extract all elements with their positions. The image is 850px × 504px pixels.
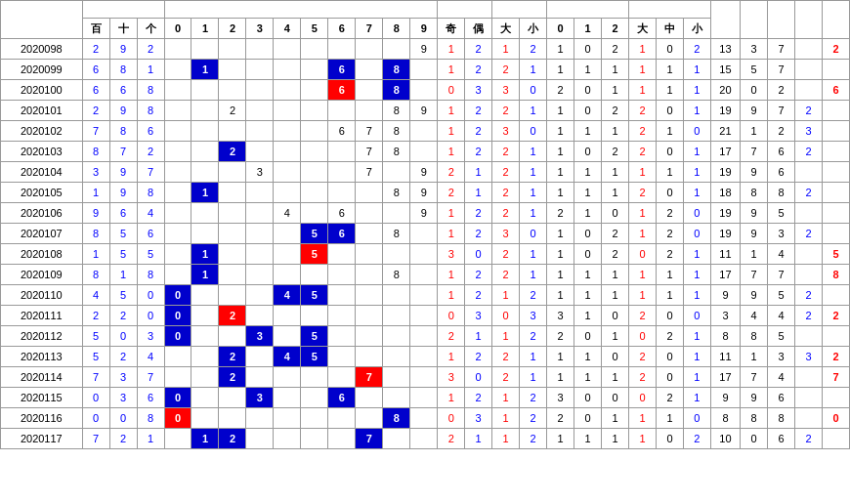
cell-mid: 1: [656, 121, 683, 142]
cell-z1: 1: [574, 121, 602, 142]
cell-dist: [356, 203, 383, 224]
cell-open: [822, 162, 849, 183]
cell-dist: 5: [301, 224, 328, 244]
cell-consecutive: 2: [794, 306, 822, 326]
cell-sum: 9: [710, 285, 740, 306]
cell-issue: 2020115: [1, 388, 83, 408]
subheader-oe: 偶: [465, 19, 492, 39]
cell-issue: 2020109: [1, 265, 83, 285]
cell-dist: [274, 60, 301, 80]
cell-consecutive: [794, 162, 822, 183]
cell-z2: 1: [602, 60, 629, 80]
cell-win-num: 0: [82, 388, 109, 408]
cell-big: 2: [492, 347, 520, 367]
cell-z2: 1: [602, 183, 629, 203]
cell-big: 1: [492, 285, 520, 306]
cell-small: 1: [520, 265, 547, 285]
cell-dist: [219, 60, 246, 80]
subheader-bs: 小: [520, 19, 547, 39]
cell-dist: [164, 101, 191, 121]
cell-dist: [410, 367, 438, 388]
cell-win-num: 8: [82, 142, 109, 162]
cell-z0: 1: [547, 142, 574, 162]
header-012: [547, 1, 629, 19]
subheader-012: 0: [547, 19, 574, 39]
cell-large: 1: [628, 60, 656, 80]
cell-mid: 0: [656, 347, 683, 367]
cell-dist: [274, 388, 301, 408]
cell-even: 0: [465, 244, 492, 265]
cell-span: 3: [768, 224, 795, 244]
cell-sm: 1: [683, 80, 710, 101]
cell-sum: 13: [710, 39, 740, 60]
cell-sm: 0: [683, 224, 710, 244]
cell-win-num: 5: [82, 326, 109, 347]
subheader-win: 十: [109, 19, 137, 39]
cell-dist: [246, 347, 274, 367]
cell-dist: [328, 306, 356, 326]
subheader-dist: 4: [274, 19, 301, 39]
cell-dist: [274, 80, 301, 101]
cell-large: 2: [628, 101, 656, 121]
cell-odd: 1: [438, 60, 465, 80]
cell-dist: 6: [328, 224, 356, 244]
header-open: [822, 1, 849, 39]
cell-combined: 5: [741, 60, 768, 80]
cell-dist: [383, 39, 410, 60]
cell-win-num: 6: [82, 80, 109, 101]
cell-dist: [246, 101, 274, 121]
cell-issue: 2020106: [1, 203, 83, 224]
cell-z1: 0: [574, 224, 602, 244]
cell-dist: 8: [383, 224, 410, 244]
cell-dist: [410, 408, 438, 429]
cell-win-num: 2: [109, 306, 137, 326]
cell-issue: 2020098: [1, 39, 83, 60]
cell-open: 0: [822, 408, 849, 429]
cell-dist: [191, 306, 219, 326]
subheader-dist: 0: [164, 19, 191, 39]
cell-big: 2: [492, 183, 520, 203]
cell-sum: 17: [710, 265, 740, 285]
cell-dist: 5: [301, 347, 328, 367]
cell-win-num: 2: [109, 429, 137, 449]
cell-dist: [301, 101, 328, 121]
cell-dist: [246, 60, 274, 80]
cell-sm: 1: [683, 285, 710, 306]
cell-dist: [301, 408, 328, 429]
cell-small: 1: [520, 183, 547, 203]
table-row: 20201135242451221110201111332: [1, 347, 850, 367]
cell-dist: [356, 408, 383, 429]
cell-small: 0: [520, 80, 547, 101]
cell-z2: 1: [602, 80, 629, 101]
cell-dist: [301, 162, 328, 183]
cell-z0: 1: [547, 183, 574, 203]
cell-dist: [164, 244, 191, 265]
cell-sm: 1: [683, 347, 710, 367]
cell-dist: [410, 224, 438, 244]
cell-small: 2: [520, 39, 547, 60]
cell-sm: 2: [683, 429, 710, 449]
cell-dist: 5: [301, 244, 328, 265]
subheader-bms: 小: [683, 19, 710, 39]
cell-win-num: 5: [82, 347, 109, 367]
cell-sum: 9: [710, 388, 740, 408]
cell-even: 0: [465, 367, 492, 388]
cell-dist: [164, 39, 191, 60]
cell-large: 2: [628, 121, 656, 142]
cell-dist: [274, 408, 301, 429]
cell-issue: 2020100: [1, 80, 83, 101]
header-big-small: [492, 1, 547, 19]
cell-consecutive: 2: [794, 142, 822, 162]
cell-large: 1: [628, 39, 656, 60]
cell-win-num: 8: [109, 60, 137, 80]
table-row: 20200982929121210210213372: [1, 39, 850, 60]
cell-big: 3: [492, 80, 520, 101]
cell-dist: [328, 39, 356, 60]
cell-big: 1: [492, 388, 520, 408]
header-sum: [710, 1, 740, 39]
cell-z0: 1: [547, 265, 574, 285]
cell-large: 0: [628, 326, 656, 347]
cell-open: 2: [822, 306, 849, 326]
cell-open: 2: [822, 39, 849, 60]
cell-win-num: 3: [137, 326, 164, 347]
